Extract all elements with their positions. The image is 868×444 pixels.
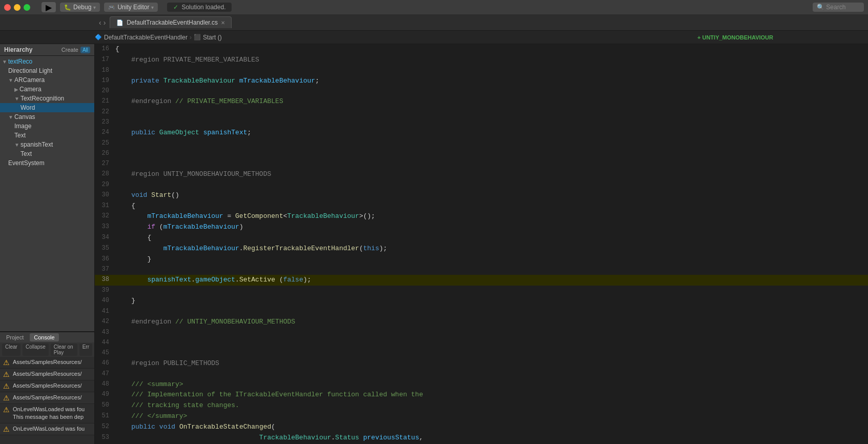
arrow-icon: ▼ bbox=[14, 96, 19, 102]
line-content bbox=[115, 307, 868, 317]
line-number: 36 bbox=[95, 254, 115, 265]
line-content bbox=[115, 66, 868, 76]
line-number: 50 bbox=[95, 400, 115, 411]
hierarchy-item-canvas[interactable]: ▼ Canvas bbox=[0, 112, 94, 122]
line-number: 19 bbox=[95, 76, 115, 87]
line-content bbox=[115, 265, 868, 275]
breadcrumb-class[interactable]: DefaultTrackableEventHandler bbox=[104, 34, 188, 41]
arrow-icon: ▼ bbox=[14, 142, 19, 148]
hierarchy-item-eventsystem[interactable]: EventSystem bbox=[0, 158, 94, 168]
line-content bbox=[115, 138, 868, 149]
console-msg-3[interactable]: ⚠ Assets/SamplesResources/ bbox=[0, 380, 94, 392]
hierarchy-item-arcamera[interactable]: ▼ ARCamera bbox=[0, 75, 94, 85]
play-button[interactable]: ▶ bbox=[42, 2, 56, 12]
console-msg-6[interactable]: ⚠ OnLevelWasLoaded was fou bbox=[0, 423, 94, 435]
code-line-44: 44 bbox=[95, 338, 868, 348]
close-button[interactable] bbox=[4, 4, 11, 11]
code-line-24: 24 public GameObject spanishText; bbox=[95, 128, 868, 138]
tab-active[interactable]: 📄 DefaultTrackableEventHandler.cs ✕ bbox=[110, 16, 232, 28]
line-number: 42 bbox=[95, 317, 115, 328]
line-content: } bbox=[115, 296, 868, 307]
create-button[interactable]: Create bbox=[61, 47, 78, 53]
hierarchy-item-directional-light[interactable]: Directional Light bbox=[0, 66, 94, 75]
line-content bbox=[115, 107, 868, 117]
hierarchy-item-text[interactable]: Text bbox=[0, 131, 94, 140]
code-line-39: 39 bbox=[95, 286, 868, 296]
hierarchy-item-textreco[interactable]: ▼ textReco bbox=[0, 57, 94, 66]
line-number: 16 bbox=[95, 44, 115, 55]
line-content: { bbox=[115, 233, 868, 244]
warning-icon: ⚠ bbox=[3, 394, 10, 402]
console-text: OnLevelWasLoaded was fou bbox=[13, 425, 85, 433]
line-content: /// <summary> bbox=[115, 379, 868, 390]
line-content: /// </summary> bbox=[115, 411, 868, 422]
collapse-button[interactable]: Collapse bbox=[23, 344, 49, 356]
console-toolbar: Clear Collapse Clear on Play Err bbox=[0, 342, 94, 357]
editor-label: Unity Editor bbox=[117, 4, 149, 11]
back-arrow[interactable]: ‹ bbox=[99, 18, 101, 27]
item-label: Image bbox=[14, 123, 31, 130]
line-content bbox=[115, 328, 868, 338]
line-number: 37 bbox=[95, 265, 115, 275]
line-number: 24 bbox=[95, 128, 115, 138]
code-line-26: 26 bbox=[95, 149, 868, 159]
console-msg-4[interactable]: ⚠ Assets/SamplesResources/ bbox=[0, 392, 94, 404]
console-msg-1[interactable]: ⚠ Assets/SamplesResources/ bbox=[0, 357, 94, 369]
hierarchy-item-textrecognition[interactable]: ▼ TextRecognition bbox=[0, 94, 94, 103]
item-label: textReco bbox=[8, 58, 32, 65]
forward-arrow[interactable]: › bbox=[104, 18, 106, 27]
item-label: spanishText bbox=[20, 141, 53, 148]
clear-on-play-button[interactable]: Clear on Play bbox=[51, 344, 77, 356]
line-number: 35 bbox=[95, 244, 115, 254]
line-content bbox=[115, 86, 868, 96]
code-line-48: 48 /// <summary> bbox=[95, 379, 868, 390]
console-msg-2[interactable]: ⚠ Assets/SamplesResources/ bbox=[0, 369, 94, 380]
tab-console[interactable]: Console bbox=[30, 333, 58, 341]
console-msg-5[interactable]: ⚠ OnLevelWasLoaded was fouThis message h… bbox=[0, 404, 94, 423]
line-content: #endregion // UNTIY_MONOBEHAVIOUR_METHOD… bbox=[115, 317, 868, 328]
hierarchy-item-text-child[interactable]: Text bbox=[0, 149, 94, 158]
toolbar: ▶ 🐛 Debug ▾ 🎮 Unity Editor ▾ bbox=[42, 2, 158, 12]
clear-button[interactable]: Clear bbox=[2, 344, 20, 356]
line-content: #region PRIVATE_MEMBER_VARIABLES bbox=[115, 55, 868, 66]
line-content: TrackableBehaviour.Status previousStatus… bbox=[115, 433, 868, 443]
code-line-18: 18 bbox=[95, 66, 868, 76]
line-number: 44 bbox=[95, 338, 115, 348]
item-label: Text bbox=[14, 132, 26, 139]
line-content bbox=[115, 369, 868, 379]
line-number: 51 bbox=[95, 411, 115, 422]
tab-bar: ‹ › 📄 DefaultTrackableEventHandler.cs ✕ bbox=[0, 14, 868, 31]
line-number: 53 bbox=[95, 433, 115, 443]
title-bar: ▶ 🐛 Debug ▾ 🎮 Unity Editor ▾ ✓ Solution … bbox=[0, 0, 868, 14]
line-number: 27 bbox=[95, 159, 115, 169]
all-button[interactable]: All bbox=[80, 47, 90, 53]
code-line-20: 20 bbox=[95, 86, 868, 96]
line-number: 31 bbox=[95, 201, 115, 212]
hierarchy-item-word[interactable]: Word bbox=[0, 103, 94, 112]
line-number: 25 bbox=[95, 138, 115, 149]
error-button[interactable]: Err bbox=[79, 344, 92, 356]
breadcrumb-method[interactable]: Start () bbox=[203, 34, 222, 41]
line-content bbox=[115, 180, 868, 190]
code-line-28: 28 #region UNTIY_MONOBEHAVIOUR_METHODS bbox=[95, 169, 868, 180]
minimize-button[interactable] bbox=[14, 4, 20, 11]
arrow-icon: ▼ bbox=[8, 114, 13, 120]
line-content: /// tracking state changes. bbox=[115, 400, 868, 411]
line-number: 29 bbox=[95, 180, 115, 190]
hierarchy-item-spanishtext[interactable]: ▼ spanishText bbox=[0, 140, 94, 149]
code-line-46: 46 #region PUBLIC_METHODS bbox=[95, 358, 868, 369]
code-line-53: 53 TrackableBehaviour.Status previousSta… bbox=[95, 433, 868, 443]
line-content: private TrackableBehaviour mTrackableBeh… bbox=[115, 76, 868, 87]
maximize-button[interactable] bbox=[24, 4, 30, 11]
code-area[interactable]: 16 { 17 #region PRIVATE_MEMBER_VARIABLES… bbox=[95, 44, 868, 444]
chevron-down-icon: ▾ bbox=[93, 5, 96, 10]
tab-close-icon[interactable]: ✕ bbox=[221, 20, 225, 26]
hierarchy-items: ▼ textReco Directional Light ▼ ARCamera … bbox=[0, 56, 94, 331]
hierarchy-item-camera[interactable]: ▶ Camera bbox=[0, 85, 94, 94]
line-number: 18 bbox=[95, 66, 115, 76]
hierarchy-item-image[interactable]: Image bbox=[0, 122, 94, 131]
search-input[interactable]: 🔍 Search bbox=[813, 3, 864, 12]
item-label: Directional Light bbox=[8, 67, 52, 74]
tab-project[interactable]: Project bbox=[2, 333, 28, 341]
line-number: 17 bbox=[95, 55, 115, 66]
